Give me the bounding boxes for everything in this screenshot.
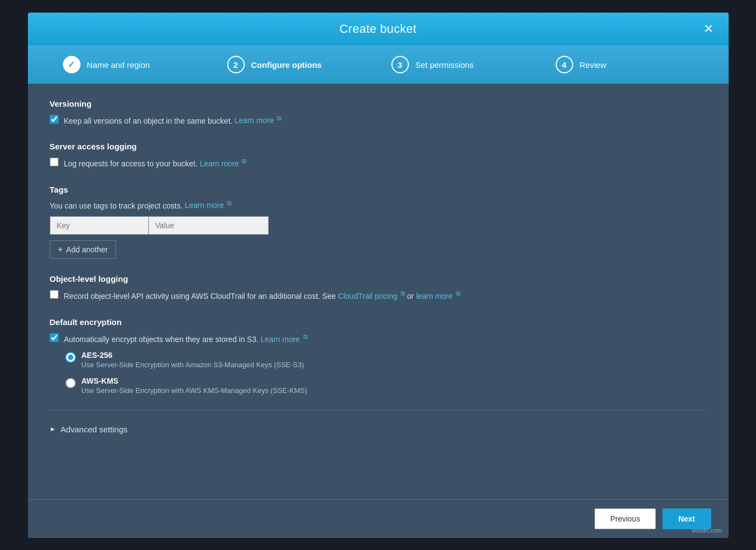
server-logging-checkbox[interactable] [50,158,59,166]
chevron-right-icon: ► [50,425,56,433]
aes256-description: Use Server-Side Encryption with Amazon S… [82,361,304,369]
step3-label: Set permissions [415,60,474,70]
step2-circle: 2 [227,56,245,73]
versioning-checkbox-row: Keep all versions of an object in the sa… [50,114,707,127]
tags-ext-icon: ⧉ [227,200,232,206]
encryption-checkbox-row: Automatically encrypt objects when they … [50,332,707,345]
advanced-settings-toggle[interactable]: ► Advanced settings [50,421,707,437]
step4-label: Review [580,60,607,70]
tag-value-input[interactable] [148,216,269,235]
versioning-ext-icon: ⧉ [277,115,281,121]
watermark: wsxdn.com [691,527,722,534]
default-encryption-section: Default encryption Automatically encrypt… [50,317,707,395]
tags-section: Tags You can use tags to track project c… [50,185,707,259]
aes256-label: AES-256 [82,351,304,360]
step3-circle: 3 [391,56,409,73]
object-logging-checkbox[interactable] [50,290,59,299]
object-level-logging-section: Object-level logging Record object-level… [50,274,707,302]
aws-kms-option: AWS-KMS Use Server-Side Encryption with … [65,377,707,395]
encryption-learn-more[interactable]: Learn more ⧉ [261,335,307,344]
step1-label: Name and region [87,60,150,70]
server-logging-ext-icon: ⧉ [242,158,246,164]
aes256-text: AES-256 Use Server-Side Encryption with … [82,351,304,369]
tags-title: Tags [50,185,707,194]
aws-kms-text: AWS-KMS Use Server-Side Encryption with … [82,377,308,395]
encryption-ext-icon: ⧉ [303,333,308,340]
cloudtrail-pricing-link[interactable]: CloudTrail pricing ⧉ [338,292,407,300]
tags-description: You can use tags to track project costs.… [50,200,707,210]
modal-content: Versioning Keep all versions of an objec… [28,84,729,499]
encryption-title: Default encryption [50,317,707,327]
modal-title: Create bucket [339,22,417,36]
modal-header: Create bucket ✕ [28,13,729,45]
step-name-region[interactable]: ✓ Name and region [50,46,214,84]
next-button[interactable]: Next [662,508,711,529]
create-bucket-modal: Create bucket ✕ ✓ Name and region 2 Conf… [28,13,729,538]
add-another-button[interactable]: + Add another [50,240,117,259]
object-logging-ext-icon: ⧉ [456,290,460,297]
step1-circle: ✓ [63,56,80,73]
content-divider [50,410,707,410]
object-logging-learn-more[interactable]: learn more ⧉ [416,292,460,300]
tag-key-input[interactable] [50,216,148,235]
encryption-label: Automatically encrypt objects when they … [64,332,308,345]
versioning-title: Versioning [50,99,707,108]
aws-kms-radio[interactable] [65,378,76,389]
versioning-checkbox[interactable] [50,115,59,124]
encryption-checkbox[interactable] [50,333,59,342]
tags-learn-more[interactable]: Learn more ⧉ [184,201,231,210]
server-logging-checkbox-row: Log requests for access to your bucket. … [50,157,707,170]
plus-icon: + [58,245,63,254]
object-logging-label: Record object-level API activity using A… [64,289,460,302]
versioning-label: Keep all versions of an object in the sa… [64,114,282,127]
encryption-radio-group: AES-256 Use Server-Side Encryption with … [65,351,707,395]
step-review[interactable]: 4 Review [543,46,707,84]
aws-kms-label: AWS-KMS [82,377,308,385]
aws-kms-description: Use Server-Side Encryption with AWS KMS-… [82,386,308,395]
cloudtrail-ext-icon: ⧉ [401,290,405,297]
step4-circle: 4 [556,56,573,73]
previous-button[interactable]: Previous [595,508,656,529]
modal-footer: Previous Next [28,499,729,538]
step-set-permissions[interactable]: 3 Set permissions [378,46,543,84]
server-logging-label: Log requests for access to your bucket. … [64,157,247,170]
wizard-steps: ✓ Name and region 2 Configure options 3 … [28,45,729,84]
aes256-radio[interactable] [65,352,76,363]
versioning-section: Versioning Keep all versions of an objec… [50,99,707,127]
tag-inputs-row [50,216,707,235]
modal-overlay: Create bucket ✕ ✓ Name and region 2 Conf… [0,0,756,550]
step-configure-options[interactable]: 2 Configure options [214,46,378,84]
object-logging-title: Object-level logging [50,274,707,283]
object-logging-checkbox-row: Record object-level API activity using A… [50,289,707,302]
server-access-logging-section: Server access logging Log requests for a… [50,142,707,170]
server-logging-title: Server access logging [50,142,707,151]
versioning-learn-more[interactable]: Learn more ⧉ [235,116,281,125]
aes256-option: AES-256 Use Server-Side Encryption with … [65,351,707,369]
close-button[interactable]: ✕ [699,21,718,37]
server-logging-learn-more[interactable]: Learn more ⧉ [200,159,246,168]
step2-label: Configure options [251,60,322,70]
